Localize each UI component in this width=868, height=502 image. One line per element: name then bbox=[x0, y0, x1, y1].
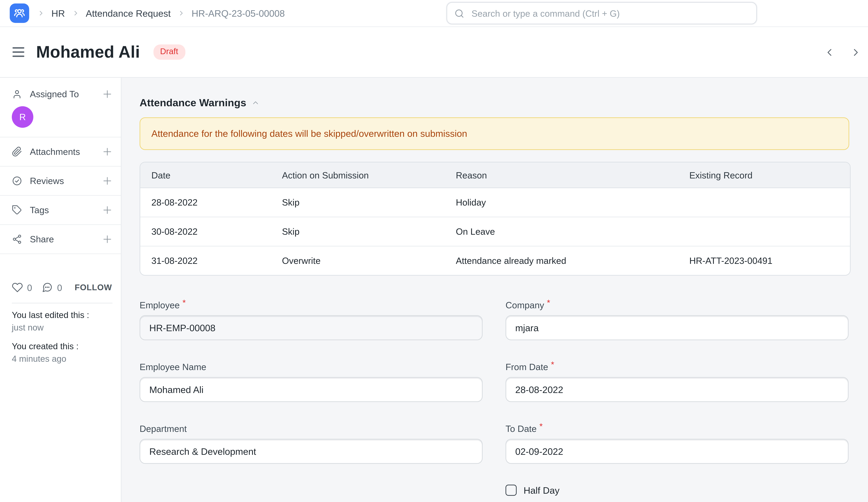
breadcrumb-item-docname[interactable]: HR-ARQ-23-05-00008 bbox=[192, 8, 285, 18]
status-badge: Draft bbox=[153, 45, 185, 60]
heart-icon[interactable] bbox=[12, 282, 23, 293]
employee-name-input[interactable]: Mohamed Ali bbox=[140, 377, 483, 402]
global-search[interactable] bbox=[446, 2, 757, 24]
share-icon bbox=[12, 234, 22, 244]
app-window: HR Attendance Request HR-ARQ-23-05-00008… bbox=[0, 0, 868, 502]
table-row[interactable]: 30-08-2022 Skip On Leave bbox=[140, 217, 850, 247]
field-department: Department Research & Development bbox=[140, 422, 483, 464]
field-to-date: To Date * 02-09-2022 bbox=[506, 422, 849, 464]
field-company: Company * mjara bbox=[506, 299, 849, 340]
page-title: Mohamed Ali bbox=[36, 42, 140, 62]
field-label: To Date * bbox=[506, 422, 849, 435]
required-asterisk: * bbox=[547, 298, 550, 307]
plus-icon bbox=[102, 88, 113, 99]
created-label: You created this : bbox=[12, 340, 109, 353]
field-label: Employee Name bbox=[140, 360, 483, 373]
sidebar-item-label: Attachments bbox=[30, 147, 80, 157]
share-button[interactable] bbox=[102, 234, 113, 244]
department-input[interactable]: Research & Development bbox=[140, 439, 483, 464]
section-attendance-warnings[interactable]: Attendance Warnings bbox=[140, 96, 868, 108]
field-label: Employee * bbox=[140, 299, 483, 311]
assigned-avatar[interactable]: R bbox=[12, 106, 33, 128]
plus-icon bbox=[102, 234, 113, 244]
paperclip-icon bbox=[12, 147, 22, 157]
comment-icon[interactable] bbox=[42, 282, 53, 293]
sidebar-section-assigned-to: Assigned To R bbox=[0, 85, 121, 137]
search-icon bbox=[454, 8, 465, 18]
breadcrumb-chevron-icon bbox=[37, 9, 45, 17]
required-asterisk: * bbox=[183, 298, 186, 307]
likes-count: 0 bbox=[27, 282, 32, 293]
page-header: Mohamed Ali Draft Submit bbox=[0, 27, 868, 78]
add-assignment-button[interactable] bbox=[102, 88, 113, 99]
breadcrumb-item-hr[interactable]: HR bbox=[51, 8, 65, 18]
fields-grid: Employee * HR-EMP-00008 Company * mjara … bbox=[140, 299, 868, 496]
breadcrumb-chevron-icon bbox=[177, 9, 185, 17]
chevron-left-icon[interactable] bbox=[823, 45, 836, 59]
plus-icon bbox=[102, 205, 113, 215]
plus-icon bbox=[102, 176, 113, 186]
column-header: Existing Record bbox=[678, 170, 850, 180]
comments-count: 0 bbox=[57, 282, 62, 293]
menu-icon[interactable] bbox=[12, 47, 24, 57]
sidebar-section-tags: Tags bbox=[0, 196, 121, 225]
circle-check-icon bbox=[12, 176, 22, 186]
table-row[interactable]: 28-08-2022 Skip Holiday bbox=[140, 188, 850, 217]
column-header: Reason bbox=[445, 170, 678, 180]
field-employee: Employee * HR-EMP-00008 bbox=[140, 299, 483, 340]
sidebar-meta: You last edited this : just now You crea… bbox=[0, 303, 121, 365]
search-input[interactable] bbox=[470, 7, 749, 19]
sidebar-section-attachments: Attachments bbox=[0, 137, 121, 167]
last-edited-value: just now bbox=[12, 322, 109, 334]
required-asterisk: * bbox=[539, 421, 543, 431]
header-actions: Submit bbox=[823, 41, 868, 63]
add-attachment-button[interactable] bbox=[102, 147, 113, 157]
breadcrumb-item-doctype[interactable]: Attendance Request bbox=[86, 8, 170, 18]
column-header: Date bbox=[140, 170, 271, 180]
warning-message: Attendance for the following dates will … bbox=[151, 128, 467, 139]
sidebar-item-label: Assigned To bbox=[30, 88, 79, 99]
follow-button[interactable]: FOLLOW bbox=[75, 283, 112, 292]
field-label: Company * bbox=[506, 299, 849, 311]
form-body: Attendance Warnings Attendance for the f… bbox=[122, 78, 868, 502]
from-date-input[interactable]: 28-08-2022 bbox=[506, 377, 849, 402]
last-edited-label: You last edited this : bbox=[12, 309, 109, 322]
app-grid-people-icon[interactable] bbox=[10, 3, 29, 23]
breadcrumb-chevron-icon bbox=[71, 9, 80, 17]
top-navbar: HR Attendance Request HR-ARQ-23-05-00008… bbox=[0, 0, 868, 27]
breadcrumb: HR Attendance Request HR-ARQ-23-05-00008 bbox=[37, 8, 285, 18]
to-date-input[interactable]: 02-09-2022 bbox=[506, 439, 849, 464]
table-row[interactable]: 31-08-2022 Overwrite Attendance already … bbox=[140, 247, 850, 275]
field-employee-name: Employee Name Mohamed Ali bbox=[140, 360, 483, 402]
collapse-chevron-up-icon[interactable] bbox=[251, 98, 259, 107]
warnings-table: Date Action on Submission Reason Existin… bbox=[140, 162, 851, 276]
tag-icon bbox=[12, 205, 22, 215]
plus-icon bbox=[102, 147, 113, 157]
sidebar-item-label: Tags bbox=[30, 205, 49, 215]
content-area: Assigned To R Attachments bbox=[0, 78, 868, 502]
add-tag-button[interactable] bbox=[102, 205, 113, 215]
half-day-checkbox[interactable] bbox=[506, 485, 517, 496]
form-sidebar: Assigned To R Attachments bbox=[0, 78, 122, 502]
half-day-label: Half Day bbox=[524, 485, 559, 495]
user-icon bbox=[12, 88, 22, 99]
field-label: From Date * bbox=[506, 360, 849, 373]
sidebar-item-label: Reviews bbox=[30, 176, 64, 186]
chevron-right-icon[interactable] bbox=[849, 45, 863, 59]
sidebar-section-reviews: Reviews bbox=[0, 167, 121, 196]
sidebar-item-label: Share bbox=[30, 234, 54, 244]
employee-input[interactable]: HR-EMP-00008 bbox=[140, 315, 483, 340]
field-half-day: Half Day bbox=[506, 485, 849, 496]
sidebar-section-share: Share bbox=[0, 225, 121, 254]
column-header: Action on Submission bbox=[271, 170, 445, 180]
field-label: Department bbox=[140, 422, 483, 435]
section-title: Attendance Warnings bbox=[140, 96, 246, 108]
created-value: 4 minutes ago bbox=[12, 353, 109, 365]
warning-banner: Attendance for the following dates will … bbox=[140, 117, 849, 150]
required-asterisk: * bbox=[551, 360, 554, 369]
sidebar-stats: 0 0 FOLLOW bbox=[0, 279, 121, 296]
field-from-date: From Date * 28-08-2022 bbox=[506, 360, 849, 402]
add-review-button[interactable] bbox=[102, 176, 113, 186]
table-header-row: Date Action on Submission Reason Existin… bbox=[140, 163, 850, 188]
company-input[interactable]: mjara bbox=[506, 315, 849, 340]
